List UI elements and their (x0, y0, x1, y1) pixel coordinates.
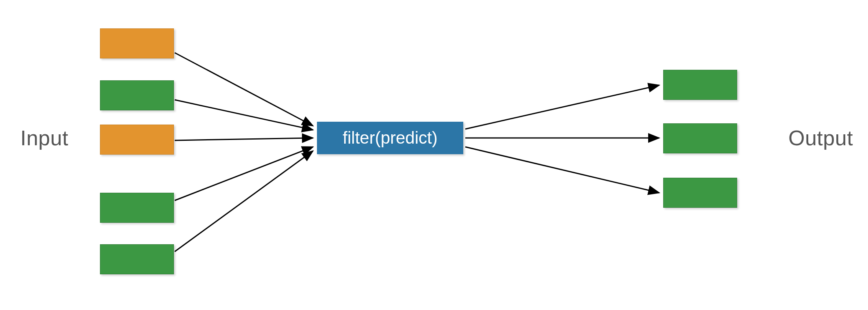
arrow-output-1 (465, 85, 659, 129)
input-box-2 (100, 80, 174, 110)
arrow-output-3 (465, 147, 659, 193)
arrow-input-1 (175, 53, 313, 126)
output-box-1 (663, 70, 737, 100)
input-box-4 (100, 193, 174, 223)
output-box-3 (663, 178, 737, 208)
filter-box: filter(predict) (317, 122, 463, 154)
output-box-2 (663, 123, 737, 153)
arrow-input-2 (175, 100, 313, 130)
input-box-5 (100, 244, 174, 274)
output-label: Output (788, 126, 853, 150)
input-box-1 (100, 28, 174, 58)
input-box-3 (100, 125, 174, 155)
input-label: Input (20, 126, 68, 150)
arrow-input-4 (175, 147, 313, 200)
filter-text: filter(predict) (343, 128, 437, 148)
arrow-input-5 (175, 151, 313, 252)
arrow-input-3 (175, 138, 313, 140)
